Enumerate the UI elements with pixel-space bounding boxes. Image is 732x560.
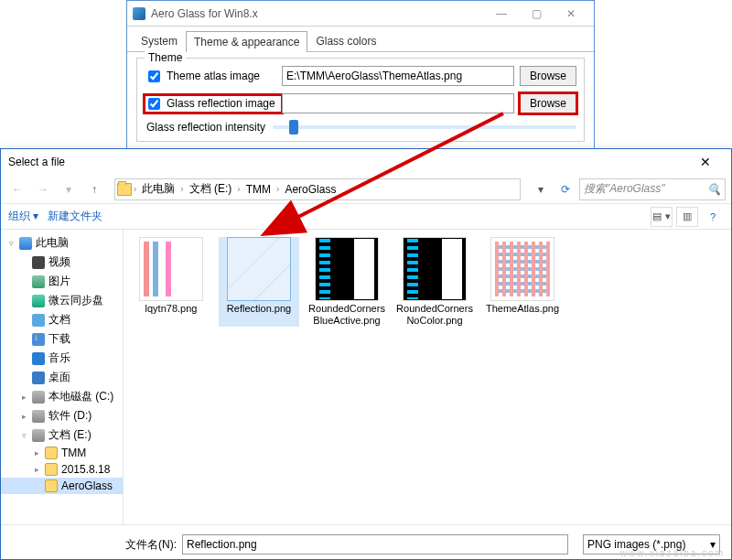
breadcrumb-seg-0[interactable]: 此电脑 [138, 181, 178, 197]
expander-icon[interactable]: ▸ [32, 448, 41, 458]
nav-up-button[interactable]: ↑ [83, 178, 105, 200]
tree-item-label: 下载 [48, 331, 70, 347]
atlas-browse-button[interactable]: Browse [520, 66, 576, 86]
expander-icon[interactable]: ▿ [6, 239, 16, 248]
tree-item-icon [32, 333, 45, 346]
tree-item-icon [19, 237, 32, 250]
fieldset-legend: Theme [145, 51, 186, 64]
file-thumbnail [227, 237, 291, 301]
tree-item-label: 2015.8.18 [61, 463, 110, 476]
intensity-label: Glass reflection intensity [146, 121, 265, 134]
expander-icon[interactable]: ▸ [32, 465, 41, 474]
tree-item[interactable]: 视频 [1, 253, 123, 272]
dialog-body: ▿此电脑视频图片微云同步盘文档下载音乐桌面▸本地磁盘 (C:)▸软件 (D:)▿… [1, 230, 731, 524]
intensity-slider[interactable] [273, 125, 576, 129]
organize-menu[interactable]: 组织 ▾ [8, 209, 38, 224]
tree-item-icon [32, 256, 45, 269]
expander-icon[interactable]: ▸ [19, 393, 28, 402]
tree-item-label: 本地磁盘 (C:) [48, 389, 113, 404]
atlas-checkbox[interactable] [148, 70, 160, 82]
breadcrumb-dropdown[interactable]: ▾ [530, 178, 552, 200]
file-thumbnail [315, 237, 379, 301]
file-name: RoundedCornersBlueActive.png [307, 303, 387, 327]
expander-icon[interactable]: ▿ [19, 431, 28, 440]
file-name: RoundedCornersNoColor.png [394, 303, 475, 327]
dialog-close-button[interactable]: ✕ [687, 152, 724, 172]
tree-item-label: 图片 [48, 274, 70, 289]
tree-item[interactable]: ▿此电脑 [1, 233, 123, 253]
new-folder-button[interactable]: 新建文件夹 [48, 209, 102, 224]
breadcrumb[interactable]: › 此电脑› 文档 (E:)› TMM› AeroGlass [114, 178, 521, 200]
tree-item[interactable]: ▸软件 (D:) [1, 406, 123, 425]
atlas-path-input[interactable] [282, 66, 514, 86]
dialog-toolbar: 组织 ▾ 新建文件夹 ▤ ▾ ▥ ? [1, 204, 731, 230]
tree-item-label: 文档 [48, 312, 70, 328]
file-item[interactable]: RoundedCornersBlueActive.png [307, 237, 387, 327]
reflection-path-input[interactable] [282, 93, 514, 113]
tab-system[interactable]: System [133, 30, 186, 51]
tree-item[interactable]: 微云同步盘 [1, 291, 123, 310]
tree-item[interactable]: 音乐 [1, 349, 123, 368]
tree-item[interactable]: ▸TMM [1, 445, 123, 461]
file-item[interactable]: lqytn78.png [131, 237, 211, 327]
tab-theme-appearance[interactable]: Theme & appearance [186, 31, 307, 52]
window-title: Aero Glass for Win8.x [151, 7, 484, 20]
reflection-checkbox[interactable] [148, 98, 160, 110]
tree-item[interactable]: ▸2015.8.18 [1, 461, 123, 478]
filename-input[interactable] [182, 534, 568, 555]
breadcrumb-seg-1[interactable]: 文档 (E:) [186, 181, 236, 197]
tree-item-label: 微云同步盘 [48, 293, 103, 308]
breadcrumb-seg-3[interactable]: AeroGlass [281, 183, 339, 196]
tree-item-icon [45, 479, 58, 492]
nav-bar: ← → ▾ ↑ › 此电脑› 文档 (E:)› TMM› AeroGlass ▾… [1, 175, 731, 204]
tree-item-icon [32, 295, 45, 307]
nav-forward-button[interactable]: → [32, 178, 54, 200]
view-mode-button[interactable]: ▤ ▾ [651, 207, 673, 227]
file-thumbnail [490, 237, 554, 301]
file-open-dialog: Select a file ✕ ← → ▾ ↑ › 此电脑› 文档 (E:)› … [0, 148, 732, 560]
tree-item-label: 软件 (D:) [48, 408, 92, 424]
preview-pane-button[interactable]: ▥ [676, 207, 698, 227]
minimize-button[interactable]: — [484, 4, 519, 24]
folder-tree[interactable]: ▿此电脑视频图片微云同步盘文档下载音乐桌面▸本地磁盘 (C:)▸软件 (D:)▿… [1, 230, 124, 524]
file-list[interactable]: lqytn78.pngReflection.pngRoundedCornersB… [124, 230, 731, 524]
maximize-button[interactable]: ▢ [519, 4, 554, 24]
tree-item[interactable]: ▸本地磁盘 (C:) [1, 387, 123, 406]
dialog-titlebar[interactable]: Select a file ✕ [1, 149, 731, 175]
nav-recent-dropdown[interactable]: ▾ [58, 178, 80, 200]
tree-item[interactable]: AeroGlass [1, 478, 123, 494]
tree-item-label: AeroGlass [61, 479, 113, 492]
file-item[interactable]: Reflection.png [219, 237, 299, 327]
file-item[interactable]: ThemeAtlas.png [482, 237, 563, 327]
reflection-row: Glass reflection image Browse [145, 93, 576, 113]
search-input[interactable]: 搜索"AeroGlass" 🔍 [579, 178, 726, 200]
refresh-button[interactable]: ⟳ [555, 179, 576, 199]
breadcrumb-seg-2[interactable]: TMM [242, 183, 274, 196]
filetype-combo[interactable]: PNG images (*.png)▾ [583, 534, 720, 555]
slider-thumb[interactable] [289, 120, 298, 135]
expander-icon[interactable]: ▸ [19, 412, 28, 421]
tab-strip: System Theme & appearance Glass colors [127, 30, 594, 52]
tree-item-icon [32, 429, 45, 442]
tree-item-label: 视频 [48, 254, 70, 270]
nav-back-button[interactable]: ← [6, 178, 28, 200]
atlas-checkbox-label[interactable]: Theme atlas image [145, 68, 282, 85]
tree-item[interactable]: ▿文档 (E:) [1, 425, 123, 445]
close-button[interactable]: ✕ [554, 4, 588, 24]
tree-item[interactable]: 图片 [1, 272, 123, 291]
tree-item[interactable]: 桌面 [1, 368, 123, 387]
tree-item-icon [32, 410, 45, 423]
tree-item-icon [45, 447, 58, 459]
tree-item-icon [32, 314, 45, 327]
search-placeholder: 搜索"AeroGlass" [584, 181, 665, 197]
file-item[interactable]: RoundedCornersNoColor.png [394, 237, 475, 327]
help-button[interactable]: ? [702, 207, 724, 227]
file-thumbnail [403, 237, 467, 301]
titlebar[interactable]: Aero Glass for Win8.x — ▢ ✕ [127, 1, 594, 27]
reflection-browse-button[interactable]: Browse [520, 93, 576, 113]
tree-item[interactable]: 下载 [1, 329, 123, 349]
tree-item[interactable]: 文档 [1, 310, 123, 329]
reflection-checkbox-label[interactable]: Glass reflection image [145, 95, 282, 113]
tab-glass-colors[interactable]: Glass colors [307, 30, 384, 51]
intensity-row: Glass reflection intensity [145, 121, 576, 134]
